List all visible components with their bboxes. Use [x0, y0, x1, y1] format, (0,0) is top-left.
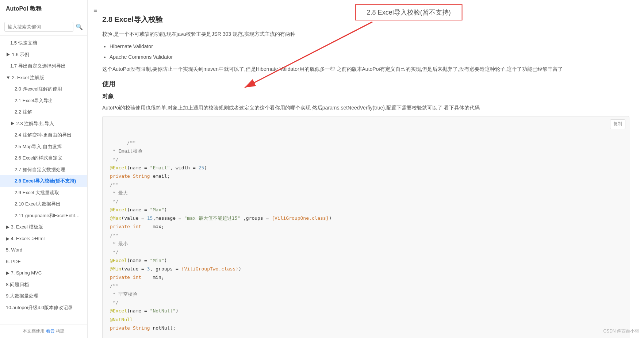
usage-title: 使用 [102, 80, 629, 88]
sidebar-item-3[interactable]: ▶ 3. Excel 模板版 [0, 221, 87, 233]
sidebar: AutoPoi 教程 🔍 1.5 快速文档▶ 1.6 示例1.7 导出自定义选择… [0, 0, 88, 338]
footer-text-prefix: 本文档使用 [23, 329, 46, 334]
bullet-list: Hibernate ValidatorApache Commons Valida… [110, 42, 629, 61]
extra-desc: 这个AutoPoi没有限制,要你防止一个实现丢到maven中就可以了,但是Hib… [102, 65, 629, 74]
sidebar-item-8[interactable]: 8.问题归档 [0, 279, 87, 291]
copy-button[interactable]: 复制 [610, 119, 625, 129]
sidebar-item-2-8[interactable]: 2.8 Excel导入校验(暂不支持) [0, 175, 87, 187]
sidebar-item-2-3[interactable]: ▶ 2.3 注解导出,导入 [0, 118, 87, 130]
sidebar-item-2[interactable]: ▼ 2. Excel 注解版 [0, 72, 87, 84]
search-input[interactable] [4, 22, 73, 32]
search-icon[interactable]: 🔍 [76, 23, 83, 30]
sidebar-item-2-2[interactable]: 2.2 注解 [0, 106, 87, 118]
bullet-item: Hibernate Validator [110, 42, 629, 50]
footer-text-suffix: 构建 [55, 329, 65, 334]
code-content: /** * Email校验 */ @Excel(name = "Email", … [110, 140, 332, 331]
sidebar-item-2-7[interactable]: 2.7 如何自定义数据处理 [0, 164, 87, 176]
sidebar-item-2-6[interactable]: 2.6 Excel的样式自定义 [0, 152, 87, 164]
code-block: 复制 /** * Email校验 */ @Excel(name = "Email… [102, 116, 629, 338]
sidebar-item-4[interactable]: ▶ 4. Excel<->Html [0, 233, 87, 245]
sidebar-item-2-4[interactable]: 2.4 注解变种-更自由的导出 [0, 129, 87, 141]
sidebar-item-2-5[interactable]: 2.5 Map导入,自由发挥 [0, 141, 87, 153]
bullet-item: Apache Commons Validator [110, 53, 629, 61]
sidebar-nav: 1.5 快速文档▶ 1.6 示例1.7 导出自定义选择列导出▼ 2. Excel… [0, 36, 87, 324]
sidebar-item-2-1[interactable]: 2.1 Excel导入导出 [0, 95, 87, 107]
sidebar-item-1-7[interactable]: 1.7 导出自定义选择列导出 [0, 60, 87, 72]
sidebar-item-9[interactable]: 9.大数据量处理 [0, 290, 87, 302]
sidebar-item-2-11[interactable]: 2.11 groupname和ExcelEntity的 [0, 210, 87, 222]
sidebar-item-2-9[interactable]: 2.9 Excel 大批量读取 [0, 187, 87, 199]
object-desc: AutoPoi的校验使用也很简单,对象上加上通用的校验规则或者这定义的这个看你用… [102, 103, 629, 112]
object-title: 对象 [102, 93, 629, 100]
sidebar-item-1-5[interactable]: 1.5 快速文档 [0, 37, 87, 49]
footer-link[interactable]: 看云 [46, 329, 55, 334]
csdn-watermark: CSDN @西垚小羽 [603, 328, 639, 334]
sidebar-item-5[interactable]: 5. Word [0, 244, 87, 256]
section-title: 2.8 Excel导入校验 [102, 15, 629, 24]
main-content: ≡ 2.8 Excel导入校验(暂不支持) 2.8 Excel导入校验 校验,是… [88, 0, 644, 338]
section-desc: 校验,是一个不可或缺的功能,现在java校验主要是JSR 303 规范,实现方式… [102, 30, 629, 39]
sidebar-item-7[interactable]: ▶ 7. Spring MVC [0, 267, 87, 279]
sidebar-item-6[interactable]: 6. PDF [0, 256, 87, 268]
sidebar-item-2-0[interactable]: 2.0 @excel注解的使用 [0, 83, 87, 95]
sidebar-footer: 本文档使用 看云 构建 [0, 324, 87, 338]
sidebar-item-2-10[interactable]: 2.10 Excel大数据导出 [0, 198, 87, 210]
sidebar-item-1-6[interactable]: ▶ 1.6 示例 [0, 49, 87, 61]
menu-icon[interactable]: ≡ [93, 7, 97, 14]
sidebar-title: AutoPoi 教程 [0, 0, 87, 18]
sidebar-item-10[interactable]: 10.autopoi升级4.0版本修改记录 [0, 302, 87, 314]
sidebar-search-container: 🔍 [0, 18, 87, 36]
